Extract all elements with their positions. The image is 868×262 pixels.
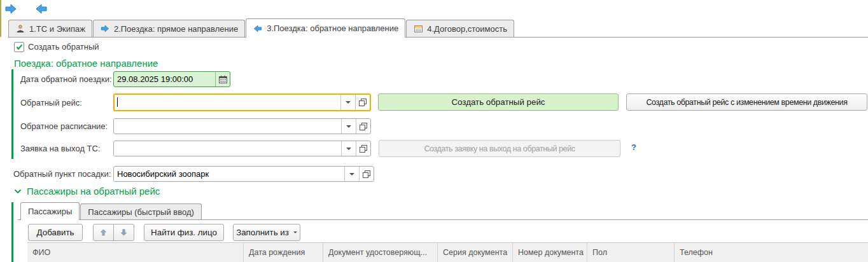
help-link[interactable]: ?	[631, 142, 636, 152]
tab-label: 2.Поездка: прямое направление	[114, 24, 238, 34]
column-header-doc-series[interactable]: Серия документа	[438, 243, 513, 262]
arrow-up-icon	[99, 228, 108, 237]
back-arrow-icon[interactable]	[34, 3, 48, 15]
tab-label: 4.Договор,стоимость	[427, 24, 507, 34]
open-button[interactable]	[356, 119, 370, 134]
tab-trip-forward[interactable]: 2.Поездка: прямое направление	[93, 20, 245, 37]
tab-contract-cost[interactable]: 4.Договор,стоимость	[406, 20, 514, 37]
return-pickup-field	[113, 166, 374, 182]
fill-from-button[interactable]: Заполнить из	[233, 224, 300, 241]
move-down-button[interactable]	[113, 224, 134, 241]
chevron-down-icon	[293, 231, 297, 235]
document-icon	[413, 24, 423, 34]
tab-label: Пассажиры (быстрый ввод)	[88, 207, 194, 217]
tab-label: 3.Поездка: обратное направление	[267, 24, 398, 33]
column-header-birthdate[interactable]: Дата рождения	[244, 243, 323, 262]
open-icon	[360, 145, 367, 153]
column-header-id-document[interactable]: Документ удостоверяющ...	[323, 243, 438, 262]
pickup-field-label: Обратный пункт посадки:	[13, 166, 111, 182]
create-return-flight-button[interactable]: Создать обратный рейс	[378, 93, 619, 111]
fill-from-label: Заполнить из	[236, 228, 289, 237]
window-edge	[0, 0, 1, 37]
dropdown-button[interactable]	[341, 141, 356, 156]
arrow-down-icon	[120, 228, 128, 237]
main-tabbar: 1.ТС и Экипаж 2.Поездка: прямое направле…	[8, 18, 868, 38]
passengers-section-title: Пассажиры на обратный рейс	[27, 186, 160, 197]
return-schedule-input[interactable]	[114, 119, 341, 134]
passengers-toolbar: Добавить Найти физ. лицо Заполнить из	[28, 224, 300, 241]
arrow-right-icon	[100, 24, 110, 34]
create-vehicle-request-button: Создать заявку на выход на обратный рейс	[379, 140, 620, 157]
find-person-button[interactable]: Найти физ. лицо	[144, 224, 224, 241]
return-pickup-input[interactable]	[114, 167, 344, 181]
open-button[interactable]	[359, 167, 374, 181]
return-schedule-field	[113, 118, 371, 134]
date-field-label: Дата обратной поездки:	[20, 71, 112, 87]
open-button[interactable]	[355, 95, 370, 110]
chevron-down-icon	[346, 101, 351, 106]
dropdown-button[interactable]	[340, 95, 355, 110]
vehicle-request-input[interactable]	[114, 141, 341, 156]
chevron-down-icon	[346, 125, 351, 130]
return-date-input[interactable]	[114, 72, 215, 86]
arrow-left-icon	[253, 24, 263, 34]
column-header-gender[interactable]: Пол	[587, 243, 675, 262]
move-up-button[interactable]	[93, 224, 114, 241]
tab-passengers[interactable]: Пассажиры	[20, 202, 80, 220]
person-icon	[15, 24, 25, 34]
passengers-tabbar: Пассажиры Пассажиры (быстрый ввод)	[18, 202, 868, 220]
forward-arrow-icon[interactable]	[4, 3, 18, 15]
flight-field-label: Обратный рейс:	[20, 95, 82, 111]
return-flight-field	[113, 93, 371, 111]
open-icon	[360, 123, 367, 130]
tab-ts-crew[interactable]: 1.ТС и Экипаж	[8, 20, 92, 37]
application-window: 1.ТС и Экипаж 2.Поездка: прямое направле…	[0, 0, 868, 262]
chevron-down-icon	[349, 173, 354, 178]
create-return-checkbox[interactable]	[14, 42, 24, 52]
chevron-down-icon	[346, 148, 351, 153]
calendar-icon[interactable]	[215, 72, 230, 86]
passengers-table: ФИО Дата рождения Документ удостоверяющ.…	[27, 242, 868, 262]
section-title-return-trip: Поездка: обратное направление	[14, 58, 158, 69]
return-flight-input[interactable]	[118, 95, 340, 110]
tab-passengers-quick-entry[interactable]: Пассажиры (быстрый ввод)	[80, 203, 202, 219]
tab-label: 1.ТС и Экипаж	[29, 24, 85, 34]
column-header-fio[interactable]: ФИО	[27, 243, 244, 262]
tab-label: Пассажиры	[28, 207, 72, 216]
chevron-down-icon	[14, 189, 22, 194]
return-date-field	[113, 71, 230, 87]
request-field-label: Заявка на выход ТС:	[20, 141, 101, 156]
open-button[interactable]	[356, 141, 370, 156]
dropdown-button[interactable]	[341, 119, 356, 134]
open-icon	[363, 170, 370, 178]
create-return-flight-with-time-button[interactable]: Создать обратный рейс с изменением време…	[626, 93, 867, 111]
open-icon	[359, 99, 367, 106]
tab-trip-return[interactable]: 3.Поездка: обратное направление	[246, 18, 405, 38]
schedule-field-label: Обратное расписание:	[20, 118, 108, 134]
column-header-phone[interactable]: Телефон	[675, 243, 868, 262]
checkmark-icon	[16, 44, 23, 50]
add-button[interactable]: Добавить	[28, 224, 83, 241]
create-return-label: Создать обратный	[28, 42, 99, 52]
group-indicator-bar	[11, 202, 13, 262]
column-header-doc-number[interactable]: Номер документа	[513, 243, 587, 262]
passengers-section-toggle[interactable]: Пассажиры на обратный рейс	[14, 186, 160, 197]
dropdown-button[interactable]	[344, 167, 359, 181]
vehicle-request-field	[113, 141, 371, 156]
group-indicator-bar	[11, 69, 13, 159]
